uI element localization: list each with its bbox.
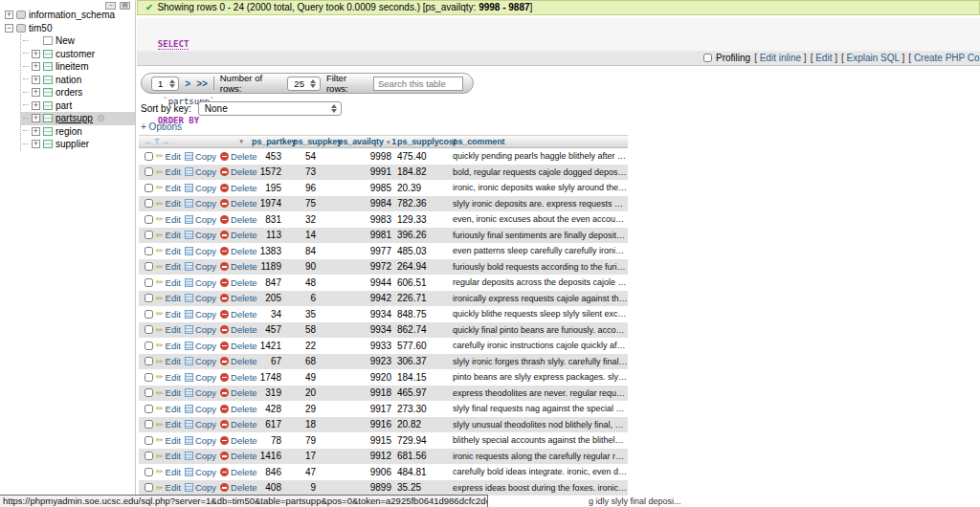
edit-link[interactable]: Edit xyxy=(166,451,181,461)
row-checkbox[interactable] xyxy=(145,357,153,365)
edit-action[interactable]: ✏ Edit xyxy=(156,435,181,446)
copy-link[interactable]: Copy xyxy=(195,277,216,288)
expand-icon[interactable]: + xyxy=(32,114,40,122)
copy-link[interactable]: Copy xyxy=(195,198,216,209)
copy-action[interactable]: Copy xyxy=(185,151,216,162)
copy-action[interactable]: Copy xyxy=(185,293,216,303)
edit-link[interactable]: Edit xyxy=(166,324,181,335)
collapse-all-icon[interactable]: − xyxy=(105,2,116,10)
row-checkbox[interactable] xyxy=(145,468,153,476)
query-action-link[interactable]: [ Explain SQL ] xyxy=(841,53,904,63)
expand-icon[interactable]: + xyxy=(5,11,13,19)
copy-link[interactable]: Copy xyxy=(195,166,216,177)
copy-action[interactable]: Copy xyxy=(185,387,216,398)
copy-link[interactable]: Copy xyxy=(195,435,216,446)
edit-link[interactable]: Edit xyxy=(166,435,181,446)
copy-action[interactable]: Copy xyxy=(185,198,216,209)
next-page-button[interactable]: > xyxy=(185,78,190,89)
row-checkbox[interactable] xyxy=(145,199,153,208)
sidebar-table-item[interactable]: + customer xyxy=(21,48,135,61)
sidebar-item-tim50[interactable]: − tim50 xyxy=(0,22,135,35)
expand-icon[interactable]: + xyxy=(32,76,40,84)
edit-action[interactable]: ✏ Edit xyxy=(156,356,181,366)
edit-action[interactable]: ✏ Edit xyxy=(156,230,181,240)
rows-per-page-select[interactable]: 25 xyxy=(287,77,321,91)
sidebar-table-item[interactable]: + partsupp xyxy=(21,112,135,125)
copy-action[interactable]: Copy xyxy=(185,482,216,493)
row-checkbox[interactable] xyxy=(145,294,153,302)
copy-link[interactable]: Copy xyxy=(195,387,216,398)
row-checkbox[interactable] xyxy=(145,310,153,319)
copy-action[interactable]: Copy xyxy=(185,419,216,430)
copy-action[interactable]: Copy xyxy=(185,404,216,414)
query-link-label[interactable]: Create PHP Code xyxy=(914,53,980,63)
copy-link[interactable]: Copy xyxy=(195,293,216,303)
row-checkbox[interactable] xyxy=(145,231,153,239)
edit-action[interactable]: ✏ Edit xyxy=(156,482,181,493)
row-checkbox[interactable] xyxy=(145,373,153,382)
row-checkbox[interactable] xyxy=(145,388,153,397)
copy-link[interactable]: Copy xyxy=(195,151,216,162)
edit-action[interactable]: ✏ Edit xyxy=(156,166,181,177)
expand-icon[interactable]: + xyxy=(32,88,40,97)
copy-action[interactable]: Copy xyxy=(185,246,216,256)
column-header-ps-suppkey[interactable]: ps_suppkey xyxy=(290,137,335,146)
query-link-label[interactable]: Edit inline xyxy=(760,53,801,63)
edit-link[interactable]: Edit xyxy=(166,277,181,288)
copy-link[interactable]: Copy xyxy=(195,404,216,414)
row-checkbox[interactable] xyxy=(145,247,153,255)
edit-link[interactable]: Edit xyxy=(166,309,181,320)
last-page-button[interactable]: >> xyxy=(196,78,208,89)
edit-link[interactable]: Edit xyxy=(166,341,181,351)
edit-action[interactable]: ✏ Edit xyxy=(156,341,181,351)
edit-action[interactable]: ✏ Edit xyxy=(156,451,181,461)
row-checkbox[interactable] xyxy=(145,184,153,192)
edit-link[interactable]: Edit xyxy=(166,261,181,272)
copy-link[interactable]: Copy xyxy=(195,261,216,272)
copy-link[interactable]: Copy xyxy=(195,183,216,193)
options-toggle[interactable]: + Options xyxy=(141,121,182,132)
query-action-link[interactable]: [ Edit ] xyxy=(811,53,837,63)
profiling-checkbox[interactable] xyxy=(703,54,712,62)
column-header-ps-supplycost[interactable]: ps_supplycost xyxy=(394,137,450,146)
copy-action[interactable]: Copy xyxy=(185,467,216,477)
column-header-ps-availqty[interactable]: ps_availqty▾1 xyxy=(335,137,394,146)
edit-action[interactable]: ✏ Edit xyxy=(156,467,181,477)
row-checkbox[interactable] xyxy=(145,436,153,445)
copy-action[interactable]: Copy xyxy=(185,183,216,193)
row-checkbox[interactable] xyxy=(145,342,153,350)
edit-action[interactable]: ✏ Edit xyxy=(156,309,181,320)
edit-action[interactable]: ✏ Edit xyxy=(156,404,181,414)
copy-link[interactable]: Copy xyxy=(195,324,216,335)
edit-action[interactable]: ✏ Edit xyxy=(156,214,181,225)
edit-action[interactable]: ✏ Edit xyxy=(156,246,181,256)
expand-icon[interactable]: + xyxy=(32,50,40,58)
row-checkbox[interactable] xyxy=(145,152,153,161)
sidebar-table-item[interactable]: + orders xyxy=(21,86,135,99)
expand-icon[interactable]: + xyxy=(32,127,40,136)
edit-action[interactable]: ✏ Edit xyxy=(156,198,181,209)
row-checkbox[interactable] xyxy=(145,167,153,176)
edit-link[interactable]: Edit xyxy=(166,482,181,493)
sidebar-table-item[interactable]: + part xyxy=(21,99,135,113)
row-checkbox[interactable] xyxy=(145,420,153,429)
copy-action[interactable]: Copy xyxy=(185,166,216,177)
edit-link[interactable]: Edit xyxy=(166,151,181,162)
edit-action[interactable]: ✏ Edit xyxy=(156,419,181,430)
row-checkbox[interactable] xyxy=(145,452,153,460)
expand-icon[interactable]: + xyxy=(32,101,40,110)
copy-action[interactable]: Copy xyxy=(185,451,216,461)
edit-link[interactable]: Edit xyxy=(166,293,181,303)
copy-action[interactable]: Copy xyxy=(185,435,216,446)
copy-action[interactable]: Copy xyxy=(185,230,216,240)
expand-icon[interactable]: + xyxy=(32,140,40,148)
edit-action[interactable]: ✏ Edit xyxy=(156,183,181,193)
query-link-label[interactable]: Explain SQL xyxy=(847,53,900,63)
edit-link[interactable]: Edit xyxy=(166,356,181,366)
sidebar-table-item[interactable]: + lineitem xyxy=(21,60,135,74)
copy-link[interactable]: Copy xyxy=(195,482,216,493)
sidebar-table-item[interactable]: + nation xyxy=(21,74,135,87)
copy-link[interactable]: Copy xyxy=(195,341,216,351)
copy-action[interactable]: Copy xyxy=(185,309,216,320)
edit-link[interactable]: Edit xyxy=(166,467,181,477)
